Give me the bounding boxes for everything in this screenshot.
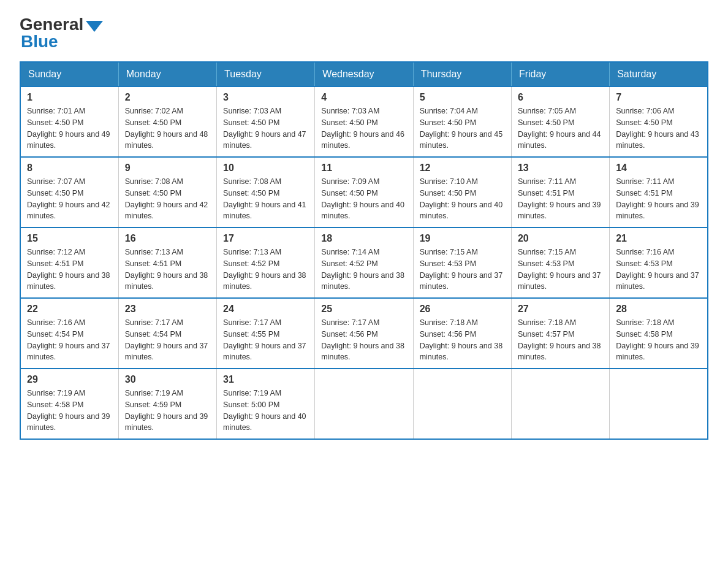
header-saturday: Saturday xyxy=(610,62,708,86)
day-info: Sunrise: 7:13 AM Sunset: 4:52 PM Dayligh… xyxy=(223,247,308,293)
sunset-label: Sunset: 4:58 PM xyxy=(616,330,672,339)
sunset-label: Sunset: 4:50 PM xyxy=(27,118,83,127)
daylight-label: Daylight: 9 hours and 38 minutes. xyxy=(420,342,503,362)
calendar-header-row: SundayMondayTuesdayWednesdayThursdayFrid… xyxy=(20,62,708,86)
day-number: 9 xyxy=(125,163,210,174)
sunset-label: Sunset: 4:58 PM xyxy=(27,400,83,409)
day-info: Sunrise: 7:06 AM Sunset: 4:50 PM Dayligh… xyxy=(616,105,701,151)
sunset-label: Sunset: 5:00 PM xyxy=(223,400,279,409)
sunrise-label: Sunrise: 7:16 AM xyxy=(616,248,674,256)
calendar-cell: 7 Sunrise: 7:06 AM Sunset: 4:50 PM Dayli… xyxy=(610,86,708,157)
sunset-label: Sunset: 4:50 PM xyxy=(223,118,279,127)
sunset-label: Sunset: 4:50 PM xyxy=(27,189,83,197)
header-monday: Monday xyxy=(118,62,216,86)
daylight-label: Daylight: 9 hours and 42 minutes. xyxy=(125,201,208,221)
sunrise-label: Sunrise: 7:18 AM xyxy=(616,318,674,327)
day-info: Sunrise: 7:19 AM Sunset: 5:00 PM Dayligh… xyxy=(223,388,308,434)
calendar-cell: 29 Sunrise: 7:19 AM Sunset: 4:58 PM Dayl… xyxy=(20,369,118,439)
calendar-cell: 4 Sunrise: 7:03 AM Sunset: 4:50 PM Dayli… xyxy=(315,86,413,157)
calendar-cell: 23 Sunrise: 7:17 AM Sunset: 4:54 PM Dayl… xyxy=(118,298,216,369)
daylight-label: Daylight: 9 hours and 39 minutes. xyxy=(518,201,601,221)
calendar-cell: 19 Sunrise: 7:15 AM Sunset: 4:53 PM Dayl… xyxy=(413,228,511,298)
sunset-label: Sunset: 4:53 PM xyxy=(518,259,574,268)
sunrise-label: Sunrise: 7:12 AM xyxy=(27,248,85,256)
calendar-cell: 9 Sunrise: 7:08 AM Sunset: 4:50 PM Dayli… xyxy=(118,157,216,228)
day-info: Sunrise: 7:04 AM Sunset: 4:50 PM Dayligh… xyxy=(420,105,505,151)
sunrise-label: Sunrise: 7:03 AM xyxy=(223,107,281,115)
day-info: Sunrise: 7:17 AM Sunset: 4:54 PM Dayligh… xyxy=(125,317,210,363)
calendar-cell: 20 Sunrise: 7:15 AM Sunset: 4:53 PM Dayl… xyxy=(511,228,609,298)
sunrise-label: Sunrise: 7:17 AM xyxy=(125,318,183,327)
sunrise-label: Sunrise: 7:15 AM xyxy=(518,248,576,256)
sunrise-label: Sunrise: 7:09 AM xyxy=(321,177,379,186)
calendar-cell: 25 Sunrise: 7:17 AM Sunset: 4:56 PM Dayl… xyxy=(315,298,413,369)
day-info: Sunrise: 7:10 AM Sunset: 4:50 PM Dayligh… xyxy=(420,176,505,222)
sunrise-label: Sunrise: 7:07 AM xyxy=(27,177,85,186)
day-info: Sunrise: 7:13 AM Sunset: 4:51 PM Dayligh… xyxy=(125,247,210,293)
sunrise-label: Sunrise: 7:11 AM xyxy=(518,177,576,186)
day-info: Sunrise: 7:07 AM Sunset: 4:50 PM Dayligh… xyxy=(27,176,112,222)
sunrise-label: Sunrise: 7:16 AM xyxy=(27,318,85,327)
calendar-cell: 10 Sunrise: 7:08 AM Sunset: 4:50 PM Dayl… xyxy=(217,157,315,228)
sunset-label: Sunset: 4:55 PM xyxy=(223,330,279,339)
day-number: 4 xyxy=(321,92,406,103)
calendar-cell: 21 Sunrise: 7:16 AM Sunset: 4:53 PM Dayl… xyxy=(610,228,708,298)
day-number: 30 xyxy=(125,374,210,385)
day-number: 27 xyxy=(518,304,603,315)
day-number: 20 xyxy=(518,233,603,244)
day-number: 13 xyxy=(518,163,603,174)
calendar-cell: 1 Sunrise: 7:01 AM Sunset: 4:50 PM Dayli… xyxy=(20,86,118,157)
daylight-label: Daylight: 9 hours and 44 minutes. xyxy=(518,130,601,150)
calendar-cell: 30 Sunrise: 7:19 AM Sunset: 4:59 PM Dayl… xyxy=(118,369,216,439)
sunrise-label: Sunrise: 7:04 AM xyxy=(420,107,478,115)
calendar-cell: 16 Sunrise: 7:13 AM Sunset: 4:51 PM Dayl… xyxy=(118,228,216,298)
calendar-week-row: 1 Sunrise: 7:01 AM Sunset: 4:50 PM Dayli… xyxy=(20,86,708,157)
sunrise-label: Sunrise: 7:19 AM xyxy=(125,389,183,397)
calendar-cell: 5 Sunrise: 7:04 AM Sunset: 4:50 PM Dayli… xyxy=(413,86,511,157)
day-info: Sunrise: 7:09 AM Sunset: 4:50 PM Dayligh… xyxy=(321,176,406,222)
day-number: 17 xyxy=(223,233,308,244)
daylight-label: Daylight: 9 hours and 49 minutes. xyxy=(27,130,110,150)
daylight-label: Daylight: 9 hours and 48 minutes. xyxy=(125,130,208,150)
sunset-label: Sunset: 4:50 PM xyxy=(616,118,672,127)
calendar-cell: 26 Sunrise: 7:18 AM Sunset: 4:56 PM Dayl… xyxy=(413,298,511,369)
calendar-cell: 8 Sunrise: 7:07 AM Sunset: 4:50 PM Dayli… xyxy=(20,157,118,228)
day-number: 11 xyxy=(321,163,406,174)
calendar-cell: 27 Sunrise: 7:18 AM Sunset: 4:57 PM Dayl… xyxy=(511,298,609,369)
calendar-cell: 17 Sunrise: 7:13 AM Sunset: 4:52 PM Dayl… xyxy=(217,228,315,298)
sunset-label: Sunset: 4:50 PM xyxy=(420,118,476,127)
daylight-label: Daylight: 9 hours and 38 minutes. xyxy=(125,271,208,291)
daylight-label: Daylight: 9 hours and 38 minutes. xyxy=(321,271,404,291)
daylight-label: Daylight: 9 hours and 40 minutes. xyxy=(321,201,404,221)
calendar-cell: 22 Sunrise: 7:16 AM Sunset: 4:54 PM Dayl… xyxy=(20,298,118,369)
daylight-label: Daylight: 9 hours and 45 minutes. xyxy=(420,130,503,150)
sunrise-label: Sunrise: 7:13 AM xyxy=(223,248,281,256)
day-info: Sunrise: 7:18 AM Sunset: 4:56 PM Dayligh… xyxy=(420,317,505,363)
logo: General Blue xyxy=(20,15,103,52)
sunrise-label: Sunrise: 7:17 AM xyxy=(223,318,281,327)
daylight-label: Daylight: 9 hours and 37 minutes. xyxy=(125,342,208,362)
daylight-label: Daylight: 9 hours and 37 minutes. xyxy=(518,271,601,291)
calendar-week-row: 15 Sunrise: 7:12 AM Sunset: 4:51 PM Dayl… xyxy=(20,228,708,298)
sunrise-label: Sunrise: 7:08 AM xyxy=(223,177,281,186)
sunrise-label: Sunrise: 7:13 AM xyxy=(125,248,183,256)
day-info: Sunrise: 7:11 AM Sunset: 4:51 PM Dayligh… xyxy=(518,176,603,222)
header-thursday: Thursday xyxy=(413,62,511,86)
day-info: Sunrise: 7:19 AM Sunset: 4:58 PM Dayligh… xyxy=(27,388,112,434)
day-info: Sunrise: 7:17 AM Sunset: 4:56 PM Dayligh… xyxy=(321,317,406,363)
day-info: Sunrise: 7:05 AM Sunset: 4:50 PM Dayligh… xyxy=(518,105,603,151)
sunrise-label: Sunrise: 7:15 AM xyxy=(420,248,478,256)
daylight-label: Daylight: 9 hours and 39 minutes. xyxy=(125,412,208,432)
day-number: 10 xyxy=(223,163,308,174)
calendar-cell: 12 Sunrise: 7:10 AM Sunset: 4:50 PM Dayl… xyxy=(413,157,511,228)
sunrise-label: Sunrise: 7:05 AM xyxy=(518,107,576,115)
calendar-table: SundayMondayTuesdayWednesdayThursdayFrid… xyxy=(20,61,708,440)
header-wednesday: Wednesday xyxy=(315,62,413,86)
daylight-label: Daylight: 9 hours and 38 minutes. xyxy=(518,342,601,362)
sunset-label: Sunset: 4:50 PM xyxy=(223,189,279,197)
daylight-label: Daylight: 9 hours and 43 minutes. xyxy=(616,130,699,150)
daylight-label: Daylight: 9 hours and 46 minutes. xyxy=(321,130,404,150)
sunrise-label: Sunrise: 7:17 AM xyxy=(321,318,379,327)
day-number: 29 xyxy=(27,374,112,385)
calendar-cell xyxy=(413,369,511,439)
